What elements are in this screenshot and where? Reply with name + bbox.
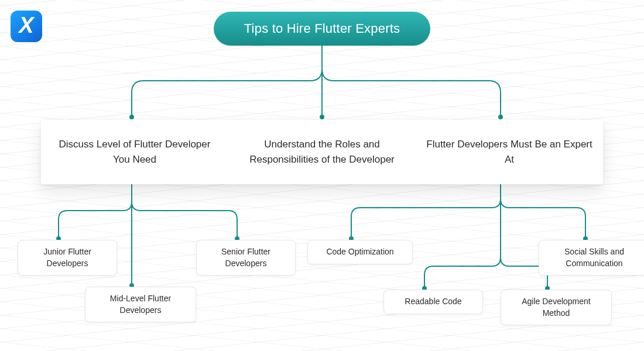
leaf-codeopt: Code Optimization — [307, 240, 413, 264]
main-topics-card: Discuss Level of Flutter Developer You N… — [41, 120, 603, 184]
leaf-junior: Junior Flutter Developers — [18, 240, 117, 276]
topic-roles: Understand the Roles and Responsibilitie… — [228, 120, 416, 184]
leaf-mid: Mid-Level Flutter Developers — [85, 287, 196, 322]
leaf-agile: Agile Development Method — [501, 290, 612, 325]
leaf-social: Social Skills and Communication — [539, 240, 644, 276]
topic-level: Discuss Level of Flutter Developer You N… — [41, 120, 228, 184]
leaf-senior: Senior Flutter Developers — [196, 240, 296, 276]
diagram-stage: X Tips to Hire Flutter Experts — [0, 0, 644, 351]
diagram-title: Tips to Hire Flutter Experts — [214, 12, 430, 46]
leaf-readable: Readable Code — [383, 290, 483, 314]
topic-expert: Flutter Developers Must Be an Expert At — [416, 120, 603, 184]
brand-logo-letter: X — [19, 14, 33, 36]
brand-logo: X — [11, 11, 42, 42]
